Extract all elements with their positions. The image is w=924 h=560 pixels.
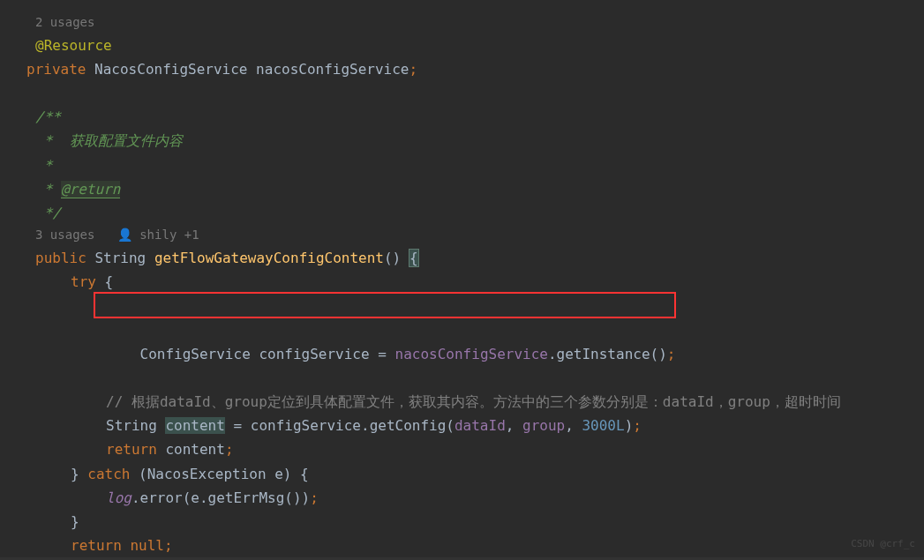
usage-hint-2[interactable]: 3 usages 👤 shily +1 <box>0 225 924 246</box>
method-signature[interactable]: public String getFlowGatewayConfigConten… <box>0 246 924 270</box>
javadoc-return[interactable]: * @return <box>0 177 924 201</box>
field-declaration[interactable]: private NacosConfigService nacosConfigSe… <box>0 57 924 81</box>
author-name: shily +1 <box>139 228 199 242</box>
javadoc-close[interactable]: */ <box>0 201 924 225</box>
javadoc-open[interactable]: /** <box>0 105 924 129</box>
return-tag: @return <box>61 181 120 198</box>
usage-hint[interactable]: 2 usages <box>0 12 924 34</box>
catch-close[interactable]: } <box>0 510 924 534</box>
author-icon: 👤 <box>117 228 132 242</box>
javadoc-empty[interactable]: * <box>0 153 924 177</box>
config-service-line[interactable]: ConfigService configService = nacosConfi… <box>0 294 924 390</box>
log-error-line[interactable]: log.error(e.getErrMsg()); <box>0 486 924 510</box>
catch-line[interactable]: } catch (NacosException e) { <box>0 462 924 486</box>
resource-annotation: @Resource <box>35 37 112 54</box>
return-content-line[interactable]: return content; <box>0 437 924 461</box>
watermark: CSDN @crf_c <box>851 536 915 553</box>
highlight-box <box>94 292 676 318</box>
blank-line <box>0 81 924 105</box>
content-var: content <box>165 417 224 434</box>
comment-line[interactable]: // 根据dataId、group定位到具体配置文件，获取其内容。方法中的三个参… <box>0 390 924 414</box>
javadoc-desc[interactable]: * 获取配置文件内容 <box>0 129 924 153</box>
try-line[interactable]: try { <box>0 270 924 294</box>
code-editor-viewport[interactable]: 2 usages @Resource private NacosConfigSe… <box>0 0 924 560</box>
annotation-line[interactable]: @Resource <box>0 34 924 57</box>
getconfig-line[interactable]: String content = configService.getConfig… <box>0 414 924 437</box>
return-null-line[interactable]: return null; <box>0 534 924 557</box>
brace-open: { <box>409 250 418 266</box>
